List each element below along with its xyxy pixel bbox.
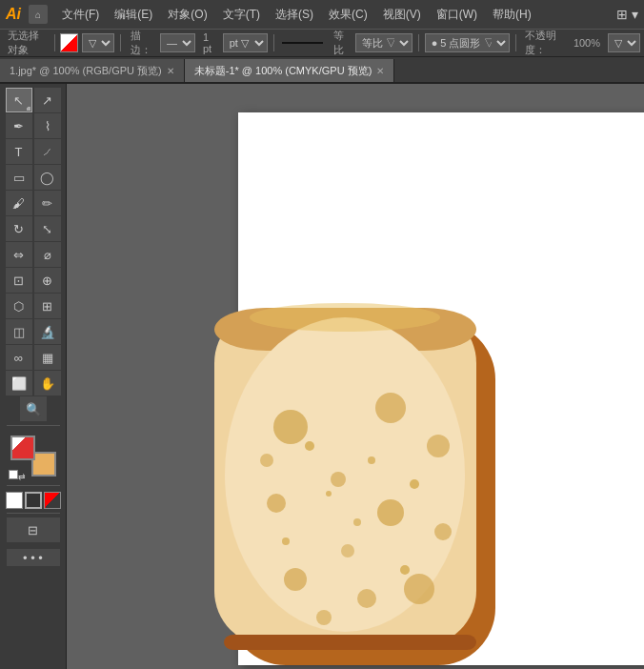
svg-point-10 (434, 523, 452, 540)
fill-stroke-row (6, 492, 61, 509)
menu-view[interactable]: 视图(V) (376, 5, 428, 25)
workspace-switcher-icon[interactable]: ⊞ ▾ (616, 7, 638, 22)
menu-object[interactable]: 对象(O) (161, 5, 213, 25)
line-tool[interactable]: ⟋ (34, 139, 61, 164)
tool-row-12: ⬜ ✋ (6, 371, 61, 395)
tab-untitled-label: 未标题-1* @ 100% (CMYK/GPU 预览) (194, 64, 372, 78)
svg-point-11 (284, 568, 307, 591)
eyedropper-tool[interactable]: 🔬 (34, 319, 61, 344)
svg-point-24 (250, 303, 440, 332)
foreground-color-swatch[interactable] (10, 436, 35, 460)
ratio-select[interactable]: 等比 ▽ (355, 33, 413, 52)
selection-tool[interactable]: ↖ (6, 88, 32, 112)
stroke-color-mini[interactable] (25, 492, 42, 509)
menu-file[interactable]: 文件(F) (55, 5, 106, 25)
menu-help[interactable]: 帮助(H) (486, 5, 538, 25)
tool-corner-indicator (27, 107, 30, 111)
color-swatch-area: ⇄ (7, 434, 60, 481)
change-screen-mode-button[interactable]: ⊟ (7, 517, 60, 542)
menu-effect[interactable]: 效果(C) (322, 5, 374, 25)
svg-point-21 (400, 565, 410, 575)
rectangle-icon: ▭ (13, 171, 25, 185)
stroke-color-select[interactable]: ▽ (82, 33, 114, 52)
zoom-icon: 🔍 (26, 402, 41, 416)
menu-select[interactable]: 选择(S) (269, 5, 320, 25)
home-icon[interactable]: ⌂ (29, 5, 48, 24)
pencil-icon: ✏ (42, 196, 52, 211)
toolbox-divider-1 (7, 425, 60, 426)
tool-row-5: 🖌 ✏ (6, 191, 61, 215)
menu-text[interactable]: 文字(T) (216, 5, 267, 25)
stroke-label: 描边： (127, 29, 156, 57)
pen-tool[interactable]: ✒ (6, 113, 32, 138)
tab-untitled-close[interactable]: ✕ (376, 66, 384, 76)
shape-builder-tool[interactable]: ⊕ (34, 268, 61, 293)
fill-color-mini[interactable] (6, 492, 23, 509)
warp-tool[interactable]: ⌀ (34, 242, 61, 267)
stroke-color-swatch[interactable] (60, 33, 78, 52)
tool-row-3: T ⟋ (6, 139, 61, 164)
paintbrush-icon: 🖌 (12, 196, 25, 211)
artboard-tool[interactable]: ⬜ (6, 371, 32, 395)
stroke-unit-select[interactable]: pt ▽ (223, 33, 268, 52)
warp-icon: ⌀ (44, 248, 51, 262)
no-selection-label: 无选择对象 (4, 29, 49, 57)
blend-tool[interactable]: ∞ (6, 345, 32, 370)
mesh-tool[interactable]: ⊞ (34, 294, 61, 318)
svg-point-15 (341, 544, 354, 558)
bar-chart-tool[interactable]: ▦ (34, 345, 61, 370)
svg-point-6 (427, 435, 450, 457)
perspective-tool[interactable]: ⬡ (6, 294, 32, 318)
canvas-area[interactable] (67, 84, 644, 669)
svg-point-8 (331, 472, 346, 487)
svg-point-20 (282, 537, 290, 545)
tab-jpg[interactable]: 1.jpg* @ 100% (RGB/GPU 预览) ✕ (0, 59, 185, 82)
more-tools-button[interactable]: • • • (7, 549, 60, 566)
hand-tool[interactable]: ✋ (34, 371, 61, 395)
tool-row-2: ✒ ⌇ (6, 113, 61, 138)
perspective-icon: ⬡ (13, 299, 24, 314)
opacity-select[interactable]: ▽ (608, 33, 640, 52)
tool-row-10: ◫ 🔬 (6, 319, 61, 344)
toolbox: ↖ ↗ ✒ ⌇ T ⟋ ▭ (0, 84, 67, 669)
tool-row-13: 🔍 (20, 396, 47, 421)
pencil-tool[interactable]: ✏ (34, 191, 61, 215)
direct-select-tool[interactable]: ↗ (34, 88, 61, 112)
type-tool[interactable]: T (6, 139, 32, 164)
scale-tool[interactable]: ⤡ (34, 216, 61, 241)
menu-window[interactable]: 窗口(W) (430, 5, 484, 25)
divider-2 (120, 34, 121, 51)
tool-row-7: ⇔ ⌀ (6, 242, 61, 267)
mesh-icon: ⊞ (42, 299, 52, 314)
more-tools-icon: • • • (23, 551, 43, 565)
gradient-tool[interactable]: ◫ (6, 319, 32, 344)
curvature-icon: ⌇ (45, 119, 50, 133)
tool-row-8: ⊡ ⊕ (6, 268, 61, 293)
ellipse-tool[interactable]: ◯ (34, 165, 61, 190)
tab-jpg-label: 1.jpg* @ 100% (RGB/GPU 预览) (10, 64, 162, 78)
default-colors-icon[interactable] (9, 470, 18, 479)
direct-select-icon: ↗ (42, 93, 52, 108)
stroke-type-select[interactable]: — (160, 33, 195, 52)
svg-rect-25 (224, 635, 476, 650)
hand-icon: ✋ (40, 376, 55, 391)
swap-colors-icon[interactable]: ⇄ (18, 472, 26, 481)
toolbox-divider-2 (7, 485, 60, 486)
svg-point-19 (410, 479, 419, 489)
divider-1 (54, 34, 55, 51)
width-tool[interactable]: ⇔ (6, 242, 32, 267)
paintbrush-tool[interactable]: 🖌 (6, 191, 32, 215)
curvature-tool[interactable]: ⌇ (34, 113, 61, 138)
tab-untitled[interactable]: 未标题-1* @ 100% (CMYK/GPU 预览) ✕ (185, 59, 395, 82)
svg-point-4 (273, 410, 308, 444)
menu-edit[interactable]: 编辑(E) (108, 5, 159, 25)
rectangle-tool[interactable]: ▭ (6, 165, 32, 190)
free-transform-tool[interactable]: ⊡ (6, 268, 32, 293)
zoom-tool[interactable]: 🔍 (20, 396, 47, 421)
rotate-tool[interactable]: ↻ (6, 216, 32, 241)
brush-select[interactable]: ● 5 点圆形 ▽ (425, 33, 510, 52)
tool-row-6: ↻ ⤡ (6, 216, 61, 241)
tab-jpg-close[interactable]: ✕ (167, 66, 174, 76)
none-color-mini[interactable] (44, 492, 61, 509)
svg-point-18 (368, 456, 375, 464)
